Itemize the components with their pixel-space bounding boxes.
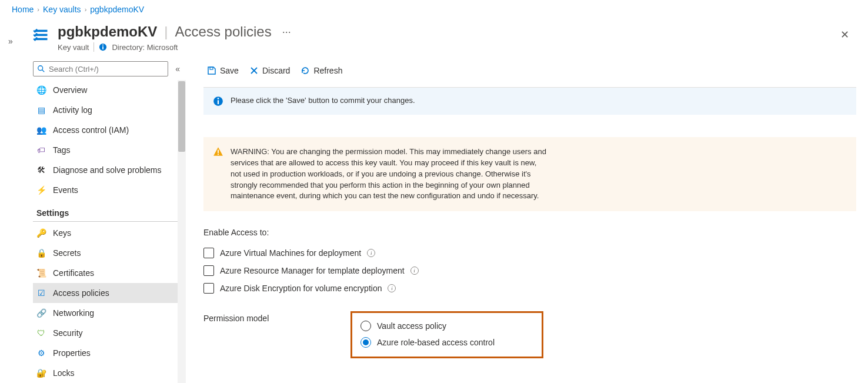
sidebar-item-properties[interactable]: ⚙Properties [33,343,183,363]
info-tooltip-icon[interactable]: i [388,284,396,292]
privacy-icon[interactable] [99,43,107,51]
discard-icon [249,66,259,75]
breadcrumb: Home › Key vaults › pgbkpdemoKV [0,0,868,20]
activity-log-icon: ▤ [36,105,46,115]
directory-label: Directory: Microsoft [112,43,178,52]
info-icon [213,96,223,106]
radio-button-selected[interactable] [360,337,371,348]
sidebar-item-security[interactable]: 🛡Security [33,323,183,343]
sidebar-item-certificates[interactable]: 📜Certificates [33,263,183,283]
overview-icon: 🌐 [36,85,46,95]
info-alert-save: Please click the 'Save' button to commit… [203,88,856,115]
sidebar-item-tags[interactable]: 🏷Tags [33,140,183,160]
refresh-button[interactable]: Refresh [301,66,342,75]
search-input[interactable] [45,65,164,74]
sidebar-item-access-control[interactable]: 👥Access control (IAM) [33,120,183,140]
people-icon: 👥 [36,125,46,135]
sidebar-item-diagnose[interactable]: 🛠Diagnose and solve problems [33,160,183,180]
enable-access-label: Enable Access to: [203,228,856,237]
expand-menu-button[interactable]: » [8,36,13,383]
info-tooltip-icon[interactable]: i [410,267,419,275]
svg-point-5 [102,44,104,45]
properties-icon: ⚙ [36,348,46,358]
radio-vault-policy[interactable]: Vault access policy [360,318,495,334]
lock-icon: 🔐 [36,368,46,378]
check-vm-deploy[interactable]: Azure Virtual Machines for deployment i [203,244,856,262]
chevron-right-icon: › [37,6,39,13]
secret-icon: 🔒 [36,248,46,258]
permission-model-label: Permission model [203,311,350,323]
shield-icon: 🛡 [36,328,46,338]
search-input-wrap[interactable] [33,61,168,76]
key-icon: 🔑 [36,228,46,238]
info-tooltip-icon[interactable]: i [367,249,375,257]
svg-point-13 [218,98,219,99]
scrollbar-track[interactable] [178,80,186,383]
sidebar-section-settings: Settings [33,200,183,222]
svg-point-6 [38,66,43,71]
close-button[interactable]: ✕ [833,24,856,46]
sidebar-item-keys[interactable]: 🔑Keys [33,223,183,243]
refresh-icon [301,66,310,75]
crumb-home[interactable]: Home [12,5,34,14]
sidebar-item-locks[interactable]: 🔐Locks [33,363,183,383]
svg-line-7 [42,70,45,72]
resource-title: pgbkpdemoKV [58,24,157,40]
keyvault-icon [33,27,49,44]
svg-rect-4 [103,46,104,49]
permission-model-group: Vault access policy Azure role-based acc… [350,311,543,358]
checkbox[interactable] [203,265,214,276]
radio-button[interactable] [360,321,371,331]
crumb-keyvaults[interactable]: Key vaults [43,5,81,14]
collapse-sidebar-button[interactable]: « [173,62,182,76]
sidebar-item-activity-log[interactable]: ▤Activity log [33,100,183,120]
warning-text: WARNING: You are changing the permission… [231,146,548,202]
save-icon [207,66,216,75]
checkbox[interactable] [203,248,214,258]
svg-rect-14 [218,150,219,154]
search-icon [37,65,45,73]
certificate-icon: 📜 [36,268,46,278]
warning-alert: WARNING: You are changing the permission… [203,137,856,211]
scrollbar-thumb[interactable] [178,81,185,152]
resource-type: Key vault [58,43,89,52]
sidebar-item-events[interactable]: ⚡Events [33,180,183,200]
crumb-resource[interactable]: pgbkpdemoKV [90,5,144,14]
check-arm-deploy[interactable]: Azure Resource Manager for template depl… [203,262,856,279]
svg-rect-15 [218,154,219,155]
networking-icon: 🔗 [36,308,46,318]
save-button[interactable]: Save [207,66,239,75]
sidebar-item-overview[interactable]: 🌐Overview [33,80,183,100]
svg-rect-8 [210,67,213,69]
more-button[interactable]: ··· [279,26,295,38]
radio-rbac[interactable]: Azure role-based access control [360,334,495,351]
info-alert-text: Please click the 'Save' button to commit… [231,96,415,105]
toolbar: Save Discard Refresh [203,61,856,80]
discard-button[interactable]: Discard [249,66,290,75]
diagnose-icon: 🛠 [36,165,46,175]
tag-icon: 🏷 [36,145,46,155]
checkbox[interactable] [203,283,214,294]
sidebar-item-access-policies[interactable]: ☑Access policies [33,283,183,303]
warning-icon [213,146,223,157]
events-icon: ⚡ [36,185,46,195]
sidebar-item-secrets[interactable]: 🔒Secrets [33,243,183,263]
policies-icon: ☑ [36,288,46,298]
sidebar-item-networking[interactable]: 🔗Networking [33,303,183,323]
check-disk-encrypt[interactable]: Azure Disk Encryption for volume encrypt… [203,279,856,297]
blade-title: Access policies [175,24,272,40]
svg-rect-12 [218,100,219,104]
chevron-right-icon: › [85,6,87,13]
